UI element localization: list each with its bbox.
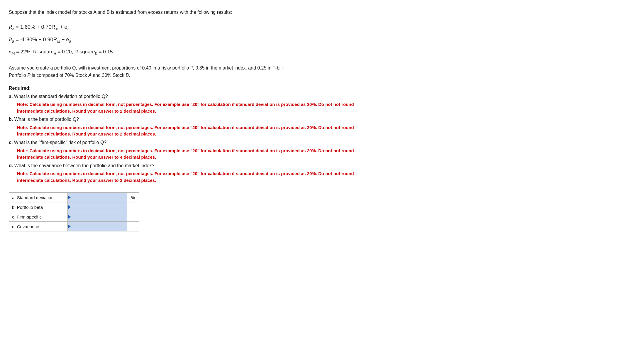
arrow-icon-d <box>68 225 71 228</box>
input-a[interactable] <box>68 193 127 202</box>
unit-a: % <box>127 193 139 202</box>
question-d: d. What is the covariance between the po… <box>9 162 372 170</box>
required-header: Required: <box>9 86 372 91</box>
input-cell-d[interactable] <box>68 222 127 231</box>
label-a: a. Standard deviation <box>9 193 68 202</box>
sigma-line: σM = 22%; R-squareA = 0.20; R-squareB = … <box>9 49 372 56</box>
input-b[interactable] <box>68 202 127 212</box>
equation-rb: RB = -1.80% + 0.90RM + eB <box>9 37 372 44</box>
portfolio-description: Assume you create a portfolio Q, with in… <box>9 64 372 79</box>
arrow-icon-b <box>68 205 71 209</box>
question-c: c. What is the "firm-specific" risk of p… <box>9 139 372 146</box>
unit-d <box>127 222 139 231</box>
table-row: d. Covariance <box>9 222 139 231</box>
label-c: c. Firm-specific <box>9 212 68 222</box>
question-b: b. What is the beta of portfolio Q? <box>9 116 372 123</box>
arrow-icon-c <box>68 215 71 219</box>
input-cell-a[interactable] <box>68 193 127 202</box>
input-cell-b[interactable] <box>68 202 127 212</box>
answer-table: a. Standard deviation % b. Portfolio bet… <box>9 192 139 231</box>
note-a: Note: Calculate using numbers in decimal… <box>17 101 372 114</box>
unit-b <box>127 202 139 212</box>
equation-ra: RA = 1.60% + 0.70RM + eA <box>9 24 372 31</box>
note-d: Note: Calculate using numbers in decimal… <box>17 170 372 184</box>
table-row: b. Portfolio beta <box>9 202 139 212</box>
question-a: a. What is the standard deviation of por… <box>9 93 372 100</box>
input-c[interactable] <box>68 212 127 221</box>
unit-c <box>127 212 139 222</box>
label-b: b. Portfolio beta <box>9 202 68 212</box>
label-d: d. Covariance <box>9 222 68 231</box>
note-c: Note: Calculate using numbers in decimal… <box>17 148 372 161</box>
table-row: c. Firm-specific <box>9 212 139 222</box>
questions-block: Required: a. What is the standard deviat… <box>9 86 372 184</box>
input-d[interactable] <box>68 222 127 231</box>
note-b: Note: Calculate using numbers in decimal… <box>17 124 372 138</box>
intro-text: Suppose that the index model for stocks … <box>9 9 372 16</box>
input-cell-c[interactable] <box>68 212 127 222</box>
table-row: a. Standard deviation % <box>9 193 139 202</box>
arrow-icon-a <box>68 196 71 199</box>
